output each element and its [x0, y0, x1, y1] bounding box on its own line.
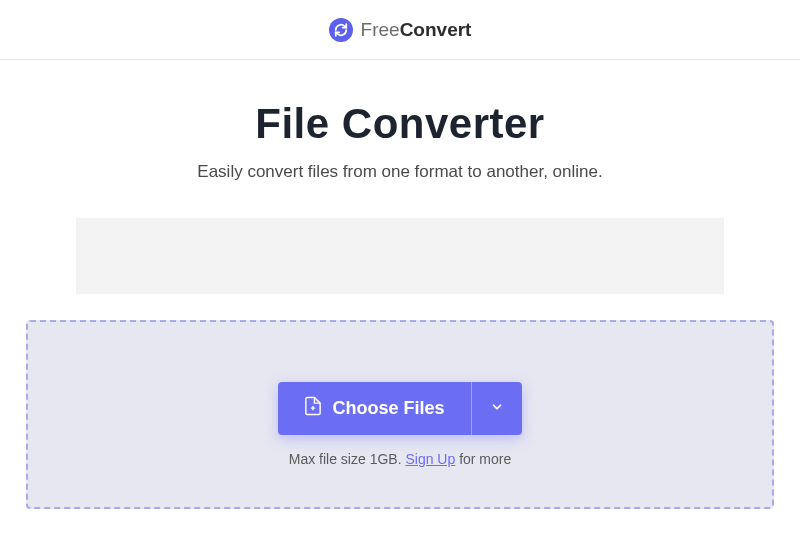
choose-files-button[interactable]: Choose Files — [278, 382, 470, 435]
brand-logo[interactable]: FreeConvert — [329, 18, 472, 42]
page-title: File Converter — [24, 100, 776, 148]
page-subtitle: Easily convert files from one format to … — [24, 162, 776, 182]
refresh-icon — [329, 18, 353, 42]
choose-files-dropdown-button[interactable] — [471, 382, 522, 435]
signup-link[interactable]: Sign Up — [405, 451, 455, 467]
file-size-note: Max file size 1GB. Sign Up for more — [289, 451, 512, 467]
brand-name: FreeConvert — [361, 19, 472, 41]
chevron-down-icon — [490, 400, 504, 417]
hero: File Converter Easily convert files from… — [24, 100, 776, 182]
file-dropzone[interactable]: Choose Files Max file size 1GB. Sign Up … — [26, 320, 774, 509]
ad-slot — [76, 218, 724, 294]
file-add-icon — [304, 396, 322, 421]
main-content: File Converter Easily convert files from… — [0, 60, 800, 533]
choose-button-group: Choose Files — [278, 382, 521, 435]
choose-files-label: Choose Files — [332, 398, 444, 419]
header: FreeConvert — [0, 0, 800, 60]
